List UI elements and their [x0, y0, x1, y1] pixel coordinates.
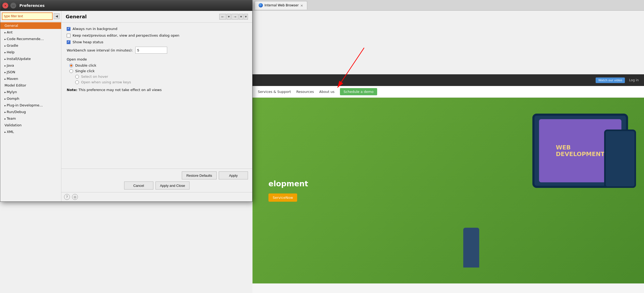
sidebar-item-run-debug[interactable]: Run/Debug — [0, 109, 61, 115]
close-icon: × — [5, 4, 6, 7]
webpage-hero: elopment ServiceNow WEBDEVELOPMENT — [252, 98, 644, 283]
dialog-close-btn[interactable]: × — [2, 3, 8, 8]
servicenow-btn[interactable]: ServiceNow — [268, 193, 297, 202]
dialog-title: Preferences — [19, 3, 45, 8]
forward-dropdown-btn[interactable]: ▼ — [239, 14, 243, 20]
sidebar-item-general[interactable]: General — [0, 22, 61, 29]
back-dropdown-btn[interactable]: ▼ — [227, 14, 231, 20]
dialog-minimize-btn[interactable]: — — [10, 3, 16, 8]
double-click-row: Double click — [67, 63, 247, 67]
open-arrow-keys-label: Open when using arrow keys — [81, 80, 131, 84]
sidebar-list: General Ant Code Recommende… Gradle Help… — [0, 22, 61, 201]
sidebar-item-team[interactable]: Team — [0, 115, 61, 122]
sidebar: ◀ General Ant Code Recommende… Gradle He… — [0, 11, 61, 201]
always-run-bg-label: Always run in background — [73, 27, 117, 31]
minimize-icon: — — [12, 4, 15, 7]
note-content: This preference may not take effect on a… — [78, 88, 162, 92]
internal-browser-tab[interactable]: Internal Web Browser × — [255, 1, 307, 10]
help-icon2[interactable]: ◎ — [72, 194, 78, 200]
sidebar-item-oomph[interactable]: Oomph — [0, 95, 61, 102]
preferences-dialog: × — Preferences ◀ General Ant — [0, 0, 252, 202]
login-link[interactable]: Log in — [629, 78, 639, 82]
note-bold: Note: — [67, 88, 77, 92]
sidebar-item-xml[interactable]: XML — [0, 128, 61, 135]
schedule-demo-btn[interactable]: Schedule a demo — [340, 88, 377, 95]
select-on-hover-label: Select on hover — [81, 75, 108, 79]
single-click-label: Single click — [75, 69, 95, 73]
sidebar-item-model-editor[interactable]: Model Editor — [0, 82, 61, 89]
filter-row: ◀ — [0, 11, 61, 22]
open-arrow-keys-row: Open when using arrow keys — [67, 80, 247, 84]
apply-btn[interactable]: Apply — [219, 171, 248, 179]
apply-close-btn[interactable]: Apply and Close — [155, 182, 190, 189]
main-panel-title: General — [66, 14, 87, 19]
double-click-label: Double click — [75, 63, 96, 67]
dialog-titlebar: × — Preferences — [0, 0, 252, 11]
back-arrow-icon: ← — [221, 15, 224, 19]
globe-icon — [259, 3, 263, 7]
view-menu-btn[interactable]: ▼ — [244, 14, 248, 20]
person-figure — [463, 228, 479, 268]
show-heap-status-label: Show heap status — [73, 40, 103, 44]
double-click-radio[interactable] — [69, 64, 73, 67]
watch-video-btn[interactable]: Watch our video — [596, 77, 625, 83]
main-content: General ← ▼ → ▼ ▼ Alwa — [61, 11, 252, 201]
sidebar-item-help[interactable]: Help — [0, 49, 61, 55]
show-heap-status-row: Show heap status — [67, 40, 247, 44]
resources-link[interactable]: Resources — [296, 90, 314, 94]
main-panel-header: General ← ▼ → ▼ ▼ — [61, 11, 252, 23]
workbench-save-interval-input[interactable] — [135, 47, 167, 54]
restore-defaults-btn[interactable]: Restore Defaults — [182, 171, 217, 179]
filter-input[interactable] — [2, 12, 53, 20]
phone-shape — [604, 130, 636, 188]
sidebar-item-plug-in-dev[interactable]: Plug-in Developme… — [0, 102, 61, 109]
keep-next-prev-label: Keep next/previous editor, view and pers… — [73, 33, 179, 37]
workbench-save-interval-label: Workbench save interval (in minutes): — [67, 48, 133, 52]
select-on-hover-row: Select on hover — [67, 75, 247, 79]
always-run-bg-checkbox[interactable] — [67, 27, 70, 31]
open-mode-label: Open mode — [67, 57, 247, 61]
back-btn[interactable]: ← — [219, 14, 226, 20]
help-icon[interactable]: ? — [64, 194, 70, 200]
show-heap-status-checkbox[interactable] — [67, 40, 70, 44]
hero-title: elopment — [268, 179, 308, 188]
dialog-help-row: ? ◎ — [61, 192, 252, 201]
dialog-footer: Restore Defaults Apply Cancel Apply and … — [61, 169, 252, 192]
filter-clear-btn[interactable]: ◀ — [54, 13, 60, 19]
webpage-topbar: Watch our video Log in — [252, 74, 644, 86]
sidebar-item-gradle[interactable]: Gradle — [0, 42, 61, 49]
sidebar-item-validation[interactable]: Validation — [0, 122, 61, 128]
note-text: Note: This preference may not take effec… — [67, 88, 247, 92]
general-settings-form: Always run in background Keep next/previ… — [61, 23, 252, 169]
single-click-radio[interactable] — [69, 69, 73, 73]
keep-next-prev-checkbox[interactable] — [67, 34, 70, 37]
sidebar-item-java[interactable]: Java — [0, 62, 61, 69]
hero-text: elopment ServiceNow — [268, 179, 308, 202]
open-arrow-keys-radio[interactable] — [75, 80, 79, 84]
cancel-btn[interactable]: Cancel — [124, 182, 153, 189]
webpage-area: Watch our video Log in Services & Suppor… — [252, 74, 644, 293]
sidebar-item-ant[interactable]: Ant — [0, 29, 61, 36]
select-on-hover-radio[interactable] — [75, 75, 79, 79]
browser-tab-bar: Internal Web Browser × — [252, 0, 644, 11]
dialog-body: ◀ General Ant Code Recommende… Gradle He… — [0, 11, 252, 201]
keep-next-prev-row: Keep next/previous editor, view and pers… — [67, 33, 247, 37]
navigation-arrows: ← ▼ → ▼ ▼ — [219, 14, 248, 20]
browser-tab-label: Internal Web Browser — [264, 3, 299, 7]
forward-arrow-icon: → — [234, 15, 236, 19]
browser-tab-close[interactable]: × — [300, 3, 303, 7]
webpage-navbar: Services & Support Resources About us Sc… — [252, 86, 644, 98]
monitor-illustration: WEBDEVELOPMENT — [458, 108, 644, 268]
always-run-bg-row: Always run in background — [67, 27, 247, 31]
sidebar-item-code-recommenders[interactable]: Code Recommende… — [0, 36, 61, 42]
sidebar-item-json[interactable]: JSON — [0, 69, 61, 75]
services-link[interactable]: Services & Support — [258, 90, 291, 94]
forward-btn[interactable]: → — [231, 14, 238, 20]
workbench-save-interval-row: Workbench save interval (in minutes): — [67, 47, 247, 54]
sidebar-item-mylyn[interactable]: Mylyn — [0, 89, 61, 95]
sidebar-item-install-update[interactable]: Install/Update — [0, 55, 61, 62]
footer-bottom-row: Cancel Apply and Close — [66, 182, 248, 189]
single-click-row: Single click — [67, 69, 247, 73]
sidebar-item-maven[interactable]: Maven — [0, 75, 61, 82]
about-link[interactable]: About us — [319, 90, 335, 94]
